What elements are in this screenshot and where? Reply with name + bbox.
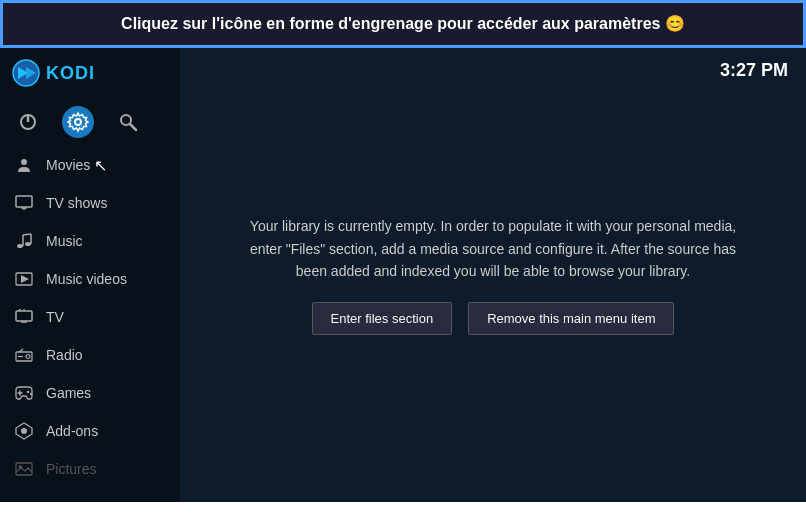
movies-icon <box>14 155 34 175</box>
kodi-container: KODI <box>0 48 806 502</box>
library-buttons: Enter files section Remove this main men… <box>312 302 675 335</box>
pictures-icon <box>14 459 34 479</box>
svg-point-24 <box>26 355 30 359</box>
library-message-container: Your library is currently empty. In orde… <box>180 48 806 502</box>
sidebar-item-movies[interactable]: Movies <box>0 146 180 184</box>
svg-point-13 <box>25 242 31 246</box>
svg-rect-9 <box>16 196 32 207</box>
sidebar-item-tv[interactable]: TV <box>0 298 180 336</box>
svg-point-8 <box>21 159 27 165</box>
kodi-logo-icon <box>12 59 40 87</box>
pictures-label: Pictures <box>46 461 97 477</box>
sidebar-item-pictures[interactable]: Pictures <box>0 450 180 488</box>
svg-point-30 <box>21 428 27 434</box>
svg-marker-18 <box>21 275 29 283</box>
sidebar-item-games[interactable]: Games <box>0 374 180 412</box>
main-content: 3:27 PM Your library is currently empty.… <box>180 48 806 502</box>
kodi-logo: KODI <box>12 59 95 87</box>
svg-point-12 <box>17 244 23 248</box>
menu-items: Movies TV shows <box>0 146 180 502</box>
music-videos-label: Music videos <box>46 271 127 287</box>
sidebar-item-add-ons[interactable]: Add-ons <box>0 412 180 450</box>
library-message-text: Your library is currently empty. In orde… <box>240 215 746 282</box>
svg-line-16 <box>23 234 31 235</box>
svg-rect-19 <box>16 311 32 321</box>
search-icon[interactable] <box>112 106 144 138</box>
sidebar-item-radio[interactable]: Radio <box>0 336 180 374</box>
svg-point-27 <box>27 391 29 393</box>
remove-menu-item-button[interactable]: Remove this main menu item <box>468 302 674 335</box>
radio-label: Radio <box>46 347 83 363</box>
tv-shows-label: TV shows <box>46 195 107 211</box>
music-icon <box>14 231 34 251</box>
power-icon[interactable] <box>12 106 44 138</box>
movies-label: Movies <box>46 157 90 173</box>
kodi-header: KODI <box>0 48 180 98</box>
kodi-logo-text: KODI <box>46 63 95 84</box>
svg-line-7 <box>130 124 136 130</box>
add-ons-icon <box>14 421 34 441</box>
annotation-text: Cliquez sur l'icône en forme d'engrenage… <box>121 15 685 32</box>
sidebar-item-tv-shows[interactable]: TV shows <box>0 184 180 222</box>
settings-icon[interactable] <box>62 106 94 138</box>
enter-files-button[interactable]: Enter files section <box>312 302 453 335</box>
top-bar <box>0 98 180 146</box>
tv-icon <box>14 307 34 327</box>
clock: 3:27 PM <box>720 60 788 81</box>
tv-label: TV <box>46 309 64 325</box>
games-label: Games <box>46 385 91 401</box>
sidebar-item-music[interactable]: Music <box>0 222 180 260</box>
svg-point-5 <box>75 119 81 125</box>
add-ons-label: Add-ons <box>46 423 98 439</box>
music-videos-icon <box>14 269 34 289</box>
radio-icon <box>14 345 34 365</box>
sidebar: KODI <box>0 48 180 502</box>
sidebar-item-music-videos[interactable]: Music videos <box>0 260 180 298</box>
annotation-banner: Cliquez sur l'icône en forme d'engrenage… <box>0 0 806 48</box>
games-icon <box>14 383 34 403</box>
tv-shows-icon <box>14 193 34 213</box>
music-label: Music <box>46 233 83 249</box>
